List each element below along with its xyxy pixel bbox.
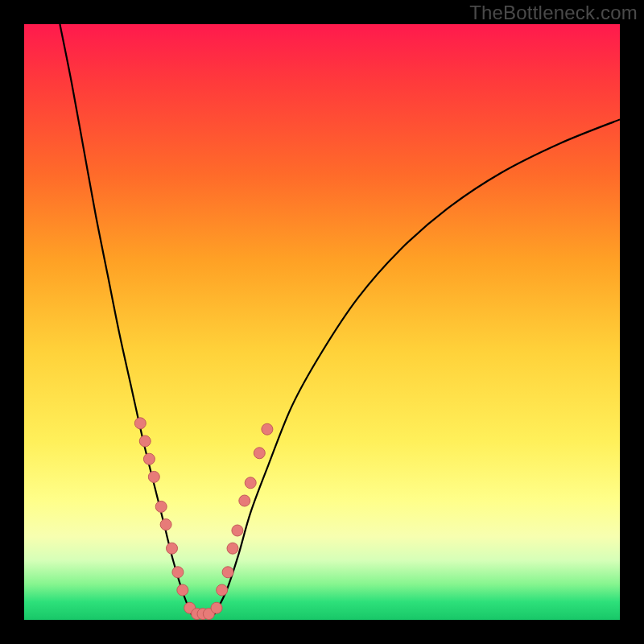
scatter-dot [172,567,184,578]
scatter-dot [239,495,250,506]
scatter-dot [167,543,178,554]
scatter-dot [143,453,155,464]
scatter-dot [217,584,228,596]
watermark-text: TheBottleneck.com [469,2,638,24]
scatter-dot [227,543,238,554]
curve-svg [24,24,620,620]
scatter-dots [134,418,273,620]
scatter-dot [148,471,159,482]
scatter-dot [262,423,273,435]
chart-frame: TheBottleneck.com [0,0,644,644]
scatter-dot [134,418,146,429]
scatter-dot [254,448,265,459]
curve-right-branch [215,119,620,613]
plot-area [24,24,620,620]
scatter-dot [177,584,188,596]
scatter-dot [160,519,171,530]
scatter-dot [232,525,243,536]
scatter-dot [155,501,167,512]
scatter-dot [211,602,222,613]
scatter-dot [245,477,256,489]
scatter-dot [222,567,233,578]
scatter-dot [139,436,151,447]
